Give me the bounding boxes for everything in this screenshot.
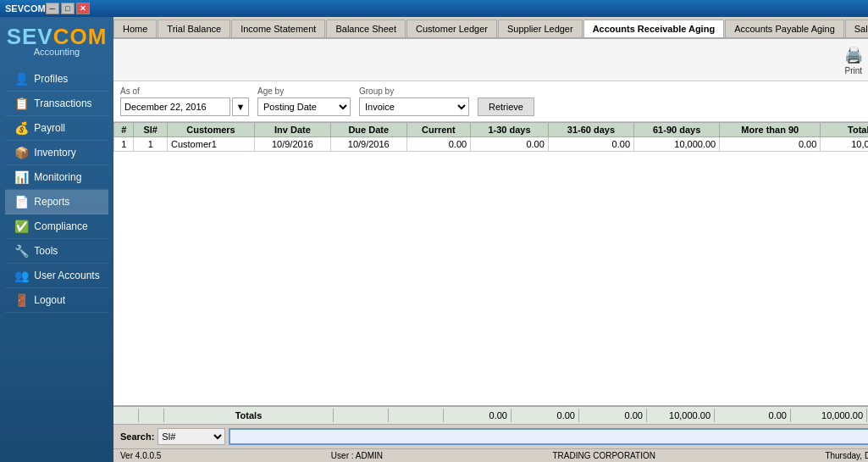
print-icon: 🖨️	[843, 44, 865, 66]
tab-home[interactable]: Home	[113, 19, 157, 37]
logo-area: SEVCOM Accounting	[7, 24, 108, 57]
compliance-icon: ✅	[14, 219, 29, 234]
table-cell: 10/9/2016	[330, 137, 406, 152]
aging-table: #Sl#CustomersInv DateDue DateCurrent1-30…	[113, 122, 868, 152]
tab-trial-balance[interactable]: Trial Balance	[158, 19, 230, 37]
totals-cell: 0.00	[715, 409, 791, 422]
content-area: HomeTrial BalanceIncome StatementBalance…	[113, 17, 868, 462]
col-header: Total	[821, 123, 868, 137]
tab-bar: HomeTrial BalanceIncome StatementBalance…	[113, 17, 868, 39]
search-field-select[interactable]: Sl#CustomerInv Date	[158, 428, 225, 445]
filter-bar: As of ▼ Age by Posting DateDue DateInvoi…	[113, 81, 868, 122]
tab-salesmen-incentive[interactable]: Salesmen Incentive	[845, 19, 868, 37]
company-text: TRADING CORPORATION	[552, 451, 655, 460]
sidebar-item-logout[interactable]: 🚪 Logout	[5, 288, 108, 313]
col-header: Inv Date	[255, 123, 331, 137]
sidebar-item-inventory[interactable]: 📦 Inventory	[5, 141, 108, 165]
status-bar: Ver 4.0.0.5 User : ADMIN TRADING CORPORA…	[113, 448, 868, 462]
table-cell: 10/9/2016	[255, 137, 331, 152]
age-by-select[interactable]: Posting DateDue DateInvoice Date	[257, 97, 351, 116]
datetime-text: Thursday, December 22, 2016	[825, 451, 868, 460]
sidebar-label-monitoring: Monitoring	[34, 171, 81, 183]
inventory-icon: 📦	[14, 145, 29, 160]
totals-cell	[334, 409, 389, 422]
col-header: Current	[406, 123, 471, 137]
group-by-label: Group by	[359, 86, 469, 96]
as-of-input[interactable]	[120, 97, 230, 116]
totals-cell: 0.00	[444, 409, 511, 422]
tab-income-statement[interactable]: Income Statement	[231, 19, 325, 37]
tools-icon: 🔧	[14, 243, 29, 259]
sidebar-item-payroll[interactable]: 💰 Payroll	[5, 116, 108, 141]
sidebar-label-reports: Reports	[34, 196, 69, 208]
print-label: Print	[844, 66, 862, 75]
sidebar-item-reports[interactable]: 📄 Reports	[5, 190, 108, 214]
search-bar: Search: Sl#CustomerInv Date	[113, 424, 868, 448]
table-row: 11Customer110/9/201610/9/20160.000.000.0…	[114, 137, 869, 152]
sidebar-label-payroll: Payroll	[34, 122, 65, 134]
table-cell: 0.00	[471, 137, 549, 152]
sidebar-item-transactions[interactable]: 📋 Transactions	[5, 92, 108, 116]
age-by-label: Age by	[257, 86, 351, 96]
maximize-button[interactable]: □	[61, 3, 75, 14]
sidebar-item-profiles[interactable]: 👤 Profiles	[5, 67, 108, 92]
sidebar-label-user-accounts: User Accounts	[34, 270, 99, 281]
totals-cell	[113, 409, 139, 422]
sidebar-nav: 👤 Profiles📋 Transactions💰 Payroll📦 Inven…	[5, 67, 108, 313]
logo-sev: SEV	[7, 24, 53, 49]
totals-row: Totals0.000.000.0010,000.000.0010,000.00	[113, 405, 868, 424]
as-of-group: As of ▼	[120, 86, 249, 116]
table-cell: 0.00	[720, 137, 821, 152]
title-bar: SEVCOM ─ □ ✕	[0, 0, 868, 17]
sidebar-label-tools: Tools	[34, 245, 58, 257]
sidebar-item-monitoring[interactable]: 📊 Monitoring	[5, 165, 108, 190]
user-accounts-icon: 👥	[14, 268, 29, 283]
totals-cell	[389, 409, 444, 422]
data-grid: #Sl#CustomersInv DateDue DateCurrent1-30…	[113, 122, 868, 405]
table-cell: 1	[114, 137, 134, 152]
sidebar-label-compliance: Compliance	[34, 220, 87, 232]
reports-icon: 📄	[14, 194, 29, 209]
window-close-button[interactable]: ✕	[76, 3, 90, 14]
col-header: Sl#	[134, 123, 168, 137]
col-header: Due Date	[330, 123, 406, 137]
totals-cell: 0.00	[579, 409, 647, 422]
retrieve-button[interactable]: Retrieve	[478, 97, 534, 116]
col-header: More than 90	[720, 123, 821, 137]
sidebar-label-profiles: Profiles	[34, 73, 68, 85]
sidebar-item-compliance[interactable]: ✅ Compliance	[5, 214, 108, 239]
col-header: 1-30 days	[471, 123, 549, 137]
tab-supplier-ledger[interactable]: Supplier Ledger	[498, 19, 583, 37]
as-of-calendar[interactable]: ▼	[232, 97, 249, 116]
minimize-button[interactable]: ─	[46, 3, 59, 14]
user-text: User : ADMIN	[331, 451, 383, 460]
sidebar-label-inventory: Inventory	[34, 147, 75, 159]
profiles-icon: 👤	[14, 71, 29, 86]
table-cell: 0.00	[406, 137, 471, 152]
toolbar: 🖨️ Print 📊 Excel ✕ Close	[113, 39, 868, 81]
version-text: Ver 4.0.0.5	[120, 451, 161, 460]
payroll-icon: 💰	[14, 120, 29, 136]
tab-accounts-receivable-aging[interactable]: Accounts Receivable Aging	[583, 19, 724, 39]
totals-cell: Totals	[164, 409, 334, 422]
totals-cell: 10,000.00	[791, 409, 867, 422]
table-cell: 10,000.00	[634, 137, 720, 152]
tab-accounts-payable-aging[interactable]: Accounts Payable Aging	[725, 19, 844, 37]
sidebar-item-user-accounts[interactable]: 👥 User Accounts	[5, 264, 108, 288]
print-button[interactable]: 🖨️ Print	[839, 42, 868, 77]
group-by-select[interactable]: InvoiceCustomerMonth	[359, 97, 469, 116]
group-by-group: Group by InvoiceCustomerMonth	[359, 86, 469, 116]
logo-com: COM	[53, 24, 108, 49]
table-cell: 1	[134, 137, 168, 152]
totals-cell	[139, 409, 164, 422]
search-label: Search:	[120, 431, 154, 442]
col-header: 31-60 days	[548, 123, 633, 137]
sidebar-item-tools[interactable]: 🔧 Tools	[5, 239, 108, 264]
logo-subtitle: Accounting	[34, 47, 80, 57]
col-header: 61-90 days	[634, 123, 720, 137]
tab-customer-ledger[interactable]: Customer Ledger	[406, 19, 497, 37]
col-header: #	[114, 123, 134, 137]
tab-balance-sheet[interactable]: Balance Sheet	[326, 19, 406, 37]
search-input[interactable]	[229, 428, 868, 445]
table-header-row: #Sl#CustomersInv DateDue DateCurrent1-30…	[114, 123, 869, 137]
